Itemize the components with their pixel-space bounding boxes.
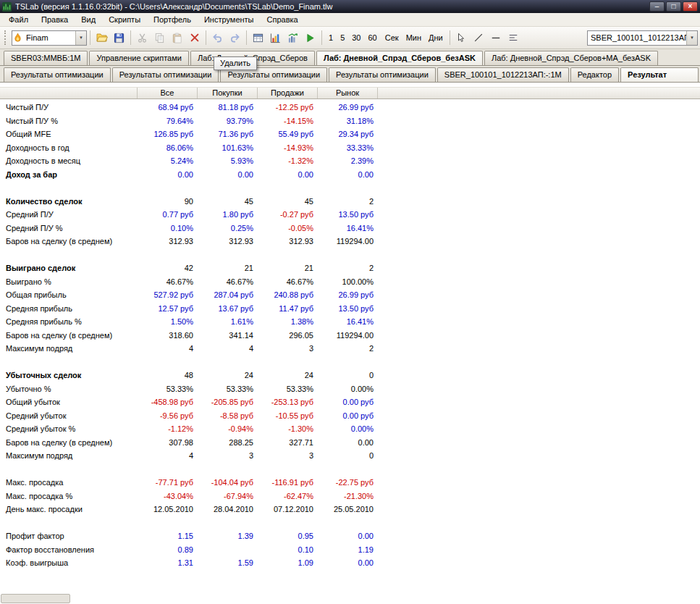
cell-value: 1.61% <box>198 317 258 326</box>
bar-chart-icon <box>270 33 281 43</box>
cell-value: 0.00% <box>318 385 378 393</box>
interval-buttons: 153060 <box>325 33 381 43</box>
play-icon <box>305 33 316 43</box>
table-row: Средний убыток-9.56 руб-8.58 руб-10.55 р… <box>0 409 700 423</box>
maximize-button[interactable]: □ <box>666 1 681 12</box>
document-tab[interactable]: SBER03:ММВБ:1М <box>4 51 88 65</box>
table-row: Максимум подряд4432 <box>0 342 700 356</box>
row-label: Профит фактор <box>0 532 138 540</box>
view-tab[interactable]: SBER_100101_1012213АП:-:1М <box>437 67 569 82</box>
interval-button[interactable]: 60 <box>366 33 380 43</box>
chevron-down-icon[interactable]: ▼ <box>686 31 697 45</box>
hline-tool-button[interactable] <box>488 30 505 46</box>
timeframe-unit-button[interactable]: Дни <box>426 33 446 43</box>
menu-item[interactable]: Скрипты <box>102 14 147 25</box>
cell-value: 2 <box>318 344 378 353</box>
cell-value: 1.80 руб <box>198 210 258 219</box>
row-label: Фактор восстановления <box>0 545 138 554</box>
row-label: Чистый П/У % <box>0 117 138 125</box>
cell-value: 2 <box>318 264 378 272</box>
cell-value: 86.06% <box>138 143 198 152</box>
table-row: Средняя прибыль %1.50%1.61%1.38%16.41% <box>0 315 700 329</box>
provider-combo[interactable]: Finam ▼ <box>12 30 87 46</box>
cell-value: 46.67% <box>198 277 258 286</box>
portfolio-button[interactable] <box>250 30 266 46</box>
column-header[interactable]: Рынок <box>318 88 378 98</box>
cell-value: 0.10 <box>258 545 318 554</box>
horizontal-scrollbar[interactable] <box>1 594 70 603</box>
cell-value: 5.93% <box>198 156 258 165</box>
column-header[interactable]: Продажи <box>258 88 318 98</box>
cell-value: 2.39% <box>318 156 378 165</box>
cell-value: -21.30% <box>318 492 378 500</box>
menu-item[interactable]: Справка <box>261 14 305 25</box>
cursor-tool-button[interactable] <box>453 30 470 46</box>
cell-value: -10.55 руб <box>258 411 318 420</box>
toolbar-separator <box>206 30 206 45</box>
column-header[interactable]: Все <box>138 88 198 98</box>
symbol-combo[interactable]: SBER_100101_1012213АП:- ▼ <box>587 30 698 46</box>
menu-item[interactable]: Вид <box>75 14 102 25</box>
chart-button[interactable] <box>267 30 284 46</box>
interval-button[interactable]: 5 <box>337 33 347 43</box>
menu-item[interactable]: Портфель <box>147 14 198 25</box>
optimization-button[interactable] <box>284 30 301 46</box>
open-button[interactable] <box>93 30 110 46</box>
minimize-button[interactable]: – <box>649 1 665 12</box>
cell-value: 0.95 <box>258 532 318 540</box>
cell-value: 119294.00 <box>318 331 378 340</box>
timeframe-unit-button[interactable]: Мин <box>403 33 424 43</box>
document-tab[interactable]: Управление скриптами <box>89 51 188 65</box>
chevron-down-icon[interactable]: ▼ <box>75 31 86 45</box>
column-header[interactable] <box>0 88 138 98</box>
cut-button[interactable] <box>134 30 151 46</box>
copy-button[interactable] <box>151 30 168 46</box>
open-folder-icon <box>96 32 108 43</box>
cell-value: 26.99 руб <box>318 290 378 299</box>
column-header[interactable]: Покупки <box>198 88 258 98</box>
cell-value: 3 <box>258 344 318 353</box>
view-tab[interactable]: Результаты оптимизации <box>112 67 219 82</box>
row-label: Коэф. выигрыша <box>0 558 138 567</box>
undo-button[interactable] <box>209 30 226 46</box>
view-tab[interactable]: Результаты оптимизации <box>4 67 111 82</box>
cell-value: 93.79% <box>198 117 258 125</box>
save-button[interactable] <box>111 30 127 46</box>
levels-tool-button[interactable] <box>505 30 522 46</box>
interval-button[interactable]: 30 <box>349 33 363 43</box>
timeframe-unit-button[interactable]: Сек <box>382 33 402 43</box>
run-button[interactable] <box>302 30 319 46</box>
view-tab[interactable]: Результаты оптимизации <box>329 67 436 82</box>
cell-value: 101.63% <box>198 143 258 152</box>
toolbar-grip[interactable] <box>4 30 7 45</box>
menu-item[interactable]: Инструменты <box>198 14 261 25</box>
view-tab[interactable]: Результат <box>620 67 699 82</box>
view-tab[interactable]: Редактор <box>570 67 619 82</box>
interval-button[interactable]: 1 <box>326 33 336 43</box>
cell-value: 287.04 руб <box>198 290 258 299</box>
table-row: Средняя прибыль12.57 руб13.67 руб11.47 р… <box>0 302 700 316</box>
cell-value: -104.04 руб <box>198 478 258 487</box>
delete-button[interactable] <box>186 30 203 46</box>
row-label: Выиграно % <box>0 277 138 286</box>
cell-value: 33.33% <box>318 143 378 152</box>
cell-value: 0.00% <box>318 424 378 433</box>
table-row: Макс. просадка-77.71 руб-104.04 руб-116.… <box>0 476 700 490</box>
cell-value: 1.50% <box>138 317 198 326</box>
menu-item[interactable]: Правка <box>35 14 75 25</box>
document-tab[interactable]: Лаб: Дневной_Спрэд_Сберов_безASK <box>316 51 483 65</box>
close-button[interactable]: × <box>683 1 698 12</box>
table-row: Профит фактор1.151.390.950.00 <box>0 529 700 543</box>
toolbar-separator <box>90 30 90 45</box>
row-label: Баров на сделку (в среднем) <box>0 331 138 340</box>
cell-value: -0.05% <box>258 224 318 232</box>
document-tab[interactable]: Лаб: Дневной_Спрэд_Сберов+МА_безASK <box>484 51 658 65</box>
table-row: Средний П/У %0.10%0.25%-0.05%16.41% <box>0 222 700 235</box>
line-tool-button[interactable] <box>471 30 487 46</box>
row-label: Баров на сделку (в среднем) <box>0 237 138 246</box>
cell-value: -458.98 руб <box>138 398 198 406</box>
redo-button[interactable] <box>227 30 243 46</box>
paste-button[interactable] <box>169 30 185 46</box>
cell-value: 46.67% <box>258 277 318 286</box>
menu-item[interactable]: Файл <box>2 14 35 25</box>
